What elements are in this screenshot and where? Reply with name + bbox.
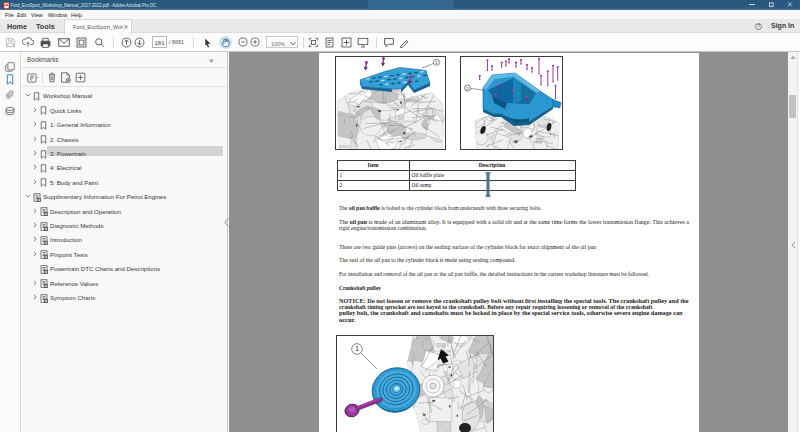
svg-text:1: 1 [355,345,359,352]
svg-text:?: ? [757,24,760,29]
svg-text:E145324: E145324 [339,145,350,149]
